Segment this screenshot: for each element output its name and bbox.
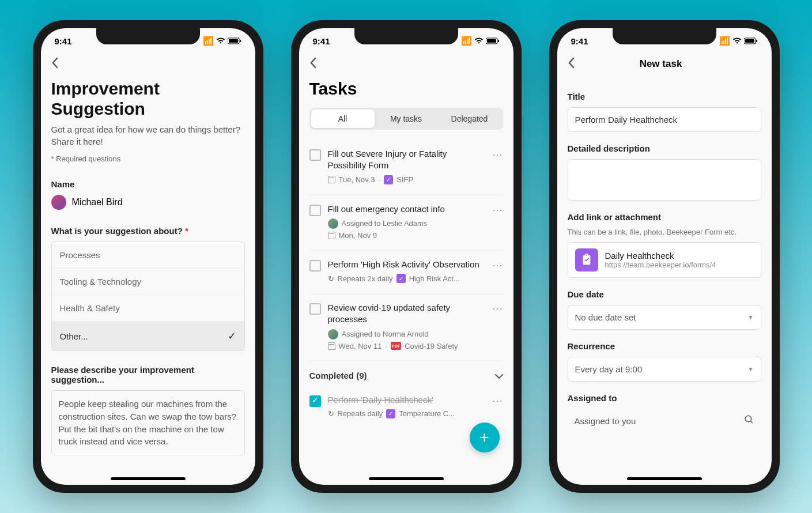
screen-3: 9:41 📶 New task Title Perform Daily Heal… [557, 28, 772, 485]
clipboard-icon [575, 248, 598, 271]
form-badge-icon: ✓ [384, 175, 393, 184]
nav-title: New task [561, 58, 761, 70]
search-icon[interactable] [744, 414, 754, 428]
option-health-safety[interactable]: Health & Safety [52, 295, 244, 322]
tab-all[interactable]: All [311, 110, 375, 128]
task-menu-icon[interactable]: ⋯ [492, 148, 503, 161]
completed-label: Completed (9) [309, 371, 367, 380]
task-menu-icon[interactable]: ⋯ [492, 302, 503, 315]
option-label: Other... [60, 331, 88, 341]
phone-frame-1: 9:41 📶 Improvement Suggestion Got a grea… [33, 20, 263, 493]
option-processes[interactable]: Processes [52, 242, 244, 269]
battery-icon [228, 36, 241, 46]
task-menu-icon[interactable]: ⋯ [492, 394, 503, 407]
task-checkbox-checked[interactable] [309, 395, 321, 407]
form-badge-icon: ✓ [396, 274, 406, 283]
option-other[interactable]: Other... ✓ [52, 322, 244, 350]
task-item[interactable]: Fill out emergency contact info Assigned… [309, 195, 503, 251]
attachment-card[interactable]: Daily Healthcheck https://team.beekeeper… [568, 242, 761, 278]
chevron-down-icon: ▼ [748, 314, 754, 320]
task-date: Mon, Nov 9 [339, 231, 377, 240]
task-body: Perform 'High Risk Activity' Observation… [328, 259, 485, 285]
task-body: Review covid-19 updated safety processes… [328, 302, 485, 353]
content-area: Improvement Suggestion Got a great idea … [41, 54, 255, 485]
task-date: Tue, Nov 3 [339, 175, 375, 184]
task-body: Perform 'Daily Healthcheck' ↻ Repeats da… [328, 394, 485, 421]
checkmark-icon: ✓ [228, 330, 236, 342]
svg-line-10 [750, 421, 753, 423]
page-title: Improvement Suggestion [51, 79, 245, 119]
back-button[interactable] [51, 54, 245, 79]
task-title: Fill out emergency contact info [328, 203, 485, 215]
add-task-fab[interactable]: + [470, 423, 500, 452]
task-list: Fill out Severe Injury or Fatality Possi… [309, 140, 503, 429]
chevron-down-icon [495, 371, 503, 380]
completed-section-header[interactable]: Completed (9) [309, 361, 503, 386]
home-indicator[interactable] [627, 477, 702, 480]
task-checkbox[interactable] [309, 149, 321, 161]
describe-textarea[interactable]: People keep stealing our machines from t… [51, 390, 245, 455]
task-meta: Tue, Nov 3 · ✓ SIFP [328, 175, 485, 184]
task-checkbox[interactable] [309, 205, 321, 216]
task-assignee: Assigned to Norma Arnold [328, 329, 485, 340]
task-tag: Covid-19 Safety [405, 342, 458, 350]
question-label: What is your suggestion about? * [51, 226, 245, 236]
tab-my-tasks[interactable]: My tasks [375, 110, 438, 128]
task-title: Perform 'High Risk Activity' Observation [328, 259, 485, 270]
signal-icon: 📶 [203, 36, 214, 46]
task-tag: SIFP [396, 175, 413, 184]
title-input[interactable]: Perform Daily Healthcheck [568, 107, 761, 132]
status-time: 9:41 [571, 36, 588, 46]
wifi-icon [732, 36, 742, 46]
task-menu-icon[interactable]: ⋯ [492, 203, 503, 216]
description-label: Detailed description [568, 144, 761, 153]
task-checkbox[interactable] [309, 303, 321, 315]
wifi-icon [474, 36, 484, 46]
assigned-row[interactable]: Assigned to you [568, 409, 761, 433]
phone-frame-3: 9:41 📶 New task Title Perform Daily Heal… [549, 20, 780, 493]
due-date-select[interactable]: No due date set ▼ [568, 305, 761, 330]
phone-frame-2: 9:41 📶 Tasks All My tasks Delegated [291, 20, 522, 493]
tab-delegated[interactable]: Delegated [438, 110, 501, 128]
task-item[interactable]: Perform 'High Risk Activity' Observation… [309, 251, 503, 294]
task-item[interactable]: Review covid-19 updated safety processes… [309, 294, 503, 361]
option-tooling[interactable]: Tooling & Technology [52, 269, 244, 295]
tasks-title: Tasks [309, 79, 503, 99]
question-label-text: What is your suggestion about? [51, 226, 183, 236]
due-date-label: Due date [568, 289, 761, 299]
task-menu-icon[interactable]: ⋯ [492, 259, 503, 271]
assignee-avatar [328, 218, 338, 229]
recurrence-select[interactable]: Every day at 9:00 ▼ [568, 357, 761, 382]
option-label: Tooling & Technology [60, 277, 142, 286]
assigned-value: Assigned to you [575, 416, 636, 426]
page-subtitle: Got a great idea for how we can do thing… [51, 123, 245, 148]
status-time: 9:41 [55, 36, 72, 46]
task-item-completed[interactable]: Perform 'Daily Healthcheck' ↻ Repeats da… [309, 386, 503, 429]
signal-icon: 📶 [461, 36, 472, 46]
task-title: Fill out Severe Injury or Fatality Possi… [328, 148, 485, 172]
assigned-label: Assigned to [568, 393, 761, 403]
task-body: Fill out emergency contact info Assigned… [328, 203, 485, 242]
task-body: Fill out Severe Injury or Fatality Possi… [328, 148, 485, 187]
task-meta: Mon, Nov 9 [328, 231, 485, 240]
attachment-label: Add link or attachment [568, 212, 761, 222]
svg-rect-1 [229, 39, 238, 43]
status-time: 9:41 [313, 36, 330, 46]
description-textarea[interactable] [568, 159, 761, 201]
chevron-down-icon: ▼ [748, 366, 754, 372]
task-assignee: Assigned to Leslie Adams [328, 218, 485, 229]
recurrence-value: Every day at 9:00 [575, 364, 643, 374]
option-label: Processes [60, 250, 100, 260]
home-indicator[interactable] [111, 477, 186, 480]
back-button[interactable] [309, 54, 503, 79]
user-avatar [51, 195, 66, 210]
repeat-icon: ↻ [328, 274, 334, 283]
attachment-sublabel: This can be a link, file, photo, Beekeep… [568, 228, 761, 236]
screen-1: 9:41 📶 Improvement Suggestion Got a grea… [41, 28, 255, 485]
task-checkbox[interactable] [309, 260, 321, 271]
attachment-title: Daily Healthcheck [605, 251, 754, 261]
task-item[interactable]: Fill out Severe Injury or Fatality Possi… [309, 140, 503, 195]
home-indicator[interactable] [369, 477, 444, 480]
attachment-url: https://team.beekeeper.io/forms/4 [605, 261, 754, 269]
user-name: Michael Bird [72, 197, 123, 208]
